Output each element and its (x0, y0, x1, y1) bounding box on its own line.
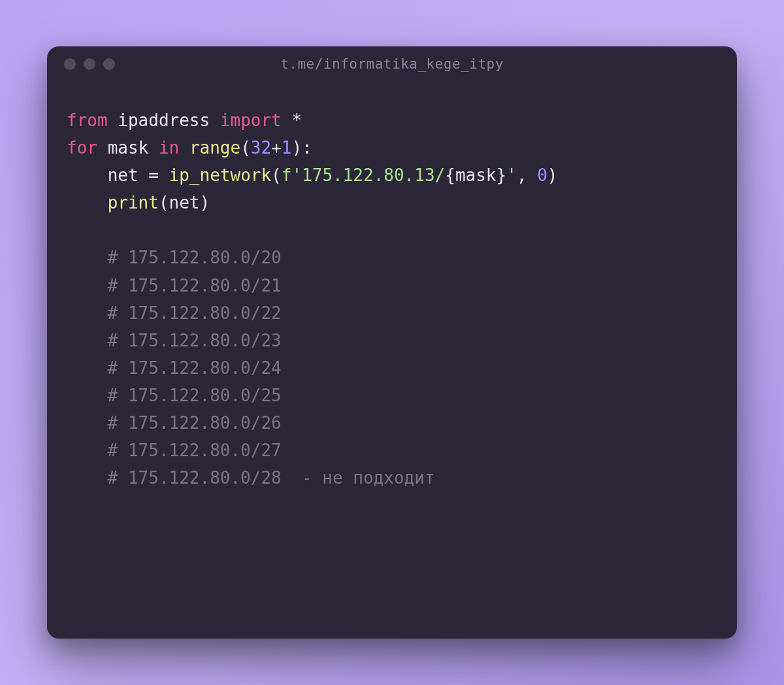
operator-plus: + (271, 138, 282, 158)
paren-open: ( (159, 193, 169, 212)
fstring-brace-close: } (497, 165, 507, 185)
paren-close: ) (291, 138, 302, 158)
quote-open: ' (291, 165, 302, 185)
minimize-button[interactable] (84, 58, 95, 70)
indent (67, 193, 108, 212)
paren-close: ) (547, 165, 558, 185)
window-title: t.me/informatika_kege_itpy (280, 56, 504, 72)
fstring-prefix: f (282, 165, 292, 185)
comment-line-8: # 175.122.80.0/27 (67, 437, 717, 464)
paren-close: ) (200, 193, 210, 212)
keyword-in: in (159, 138, 179, 158)
maximize-button[interactable] (103, 58, 115, 70)
close-button[interactable] (64, 58, 76, 70)
variable-mask: mask (108, 138, 149, 158)
number-32: 32 (251, 138, 271, 158)
indent (67, 165, 108, 185)
wildcard-star: * (291, 110, 302, 130)
keyword-import: import (220, 110, 282, 130)
comment-line-5: # 175.122.80.0/24 (67, 354, 717, 382)
code-line-1: from ipaddress import * (67, 107, 717, 134)
comment-line-9: # 175.122.80.0/28 - не подходит (67, 464, 717, 492)
fstring-brace-open: { (445, 165, 455, 185)
comment-line-1: # 175.122.80.0/20 (67, 244, 717, 271)
string-ip: 175.122.80.13/ (302, 165, 445, 185)
variable-net: net (108, 165, 139, 185)
function-range: range (189, 138, 240, 158)
variable-net-arg: net (169, 193, 200, 212)
code-line-3: net = ip_network(f'175.122.80.13/{mask}'… (67, 161, 717, 189)
colon: : (302, 138, 312, 158)
fstring-var: mask (455, 165, 497, 185)
function-ipnetwork: ip_network (169, 165, 272, 185)
traffic-lights (64, 58, 115, 70)
comment-line-6: # 175.122.80.0/25 (67, 382, 717, 409)
number-1: 1 (282, 138, 292, 158)
paren-open: ( (271, 165, 282, 185)
code-line-4: print(net) (67, 189, 717, 216)
code-editor[interactable]: from ipaddress import * for mask in rang… (47, 82, 737, 639)
equals: = (148, 165, 159, 185)
module-name: ipaddress (118, 110, 210, 130)
comment-line-3: # 175.122.80.0/22 (67, 299, 717, 327)
titlebar: t.me/informatika_kege_itpy (47, 46, 737, 82)
comment-line-4: # 175.122.80.0/23 (67, 327, 717, 354)
blank-line (67, 216, 717, 244)
paren-open: ( (240, 138, 251, 158)
number-zero: 0 (537, 165, 547, 185)
function-print: print (108, 193, 159, 212)
comma: , (517, 165, 527, 185)
keyword-from: from (67, 110, 108, 130)
comment-line-7: # 175.122.80.0/26 (67, 409, 717, 437)
code-line-2: for mask in range(32+1): (67, 134, 717, 161)
keyword-for: for (67, 138, 97, 158)
code-window: t.me/informatika_kege_itpy from ipaddres… (47, 46, 737, 639)
quote-close: ' (506, 165, 517, 185)
comment-line-2: # 175.122.80.0/21 (67, 272, 717, 299)
